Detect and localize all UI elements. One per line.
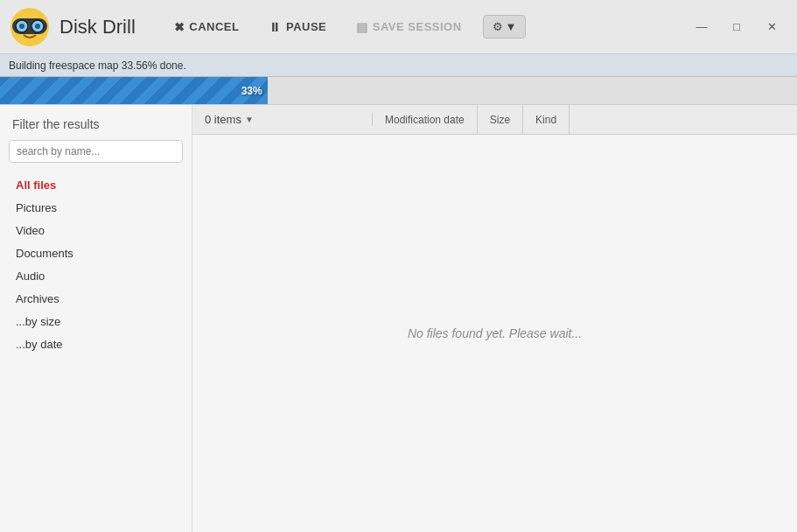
svg-rect-6	[28, 24, 31, 29]
column-kind[interactable]: Kind	[523, 105, 570, 134]
sidebar-item-audio[interactable]: Audio	[3, 265, 188, 287]
sidebar-item-by-date[interactable]: ...by date	[3, 333, 188, 355]
sidebar-item-all-files[interactable]: All files	[3, 174, 188, 196]
sidebar: Filter the results All files Pictures Vi…	[0, 105, 192, 532]
sidebar-item-video[interactable]: Video	[3, 220, 188, 242]
items-count: 0 items	[205, 113, 241, 126]
sidebar-item-archives[interactable]: Archives	[3, 288, 188, 310]
content-area: 0 items ▼ Modification date Size Kind No…	[192, 105, 797, 532]
settings-icon: ⚙	[493, 20, 503, 33]
filter-label: Filter the results	[0, 117, 192, 140]
column-modification-date[interactable]: Modification date	[373, 105, 478, 134]
minimize-button[interactable]: —	[685, 10, 718, 44]
cancel-icon: ✖	[174, 20, 185, 34]
progress-bar: 33%	[0, 77, 268, 104]
settings-button[interactable]: ⚙ ▼	[483, 15, 527, 38]
save-icon: ▤	[356, 20, 368, 34]
progress-label: 33%	[241, 85, 262, 97]
save-session-button[interactable]: ▤ SAVE SESSION	[344, 15, 473, 39]
empty-message: No files found yet. Please wait...	[408, 326, 582, 340]
maximize-button[interactable]: □	[720, 10, 753, 44]
close-button[interactable]: ✕	[755, 10, 788, 44]
title-bar: Disk Drill ✖ CANCEL ⏸ PAUSE ▤ SAVE SESSI…	[0, 0, 797, 54]
items-count-container: 0 items ▼	[198, 113, 373, 126]
sidebar-item-pictures[interactable]: Pictures	[3, 197, 188, 219]
toolbar-buttons: ✖ CANCEL ⏸ PAUSE ▤ SAVE SESSION	[162, 15, 474, 39]
search-input[interactable]	[9, 140, 183, 163]
cancel-button[interactable]: ✖ CANCEL	[162, 15, 252, 39]
svg-point-7	[19, 24, 24, 29]
pause-button[interactable]: ⏸ PAUSE	[256, 15, 339, 39]
status-message: Building freespace map 33.56% done.	[9, 60, 186, 72]
table-header: 0 items ▼ Modification date Size Kind	[192, 105, 797, 135]
column-size[interactable]: Size	[478, 105, 523, 134]
app-title: Disk Drill	[59, 16, 136, 38]
main-area: Filter the results All files Pictures Vi…	[0, 105, 797, 532]
sidebar-item-by-size[interactable]: ...by size	[3, 311, 188, 332]
window-controls: — □ ✕	[685, 10, 788, 44]
svg-point-8	[35, 24, 40, 29]
sidebar-item-documents[interactable]: Documents	[3, 242, 188, 264]
settings-dropdown-arrow: ▼	[506, 20, 517, 33]
app-logo	[9, 6, 51, 48]
progress-container: 33%	[0, 77, 797, 105]
status-bar: Building freespace map 33.56% done.	[0, 54, 797, 77]
items-dropdown-arrow[interactable]: ▼	[245, 115, 254, 124]
pause-icon: ⏸	[269, 20, 282, 34]
table-body: No files found yet. Please wait...	[192, 135, 797, 532]
